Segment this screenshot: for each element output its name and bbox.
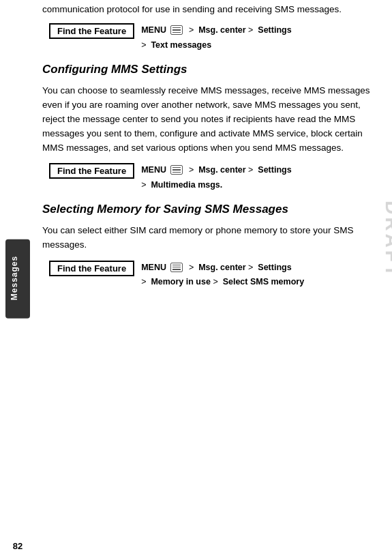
sidebar-tab-label: Messages — [10, 256, 19, 300]
find-feature-left-1: Find the Feature — [49, 23, 134, 43]
find-feature-section-1: Find the Feature MENU > Msg. center > Se… — [49, 23, 381, 53]
find-feature-path-3: MENU > Msg. center > Settings > Memory i… — [141, 261, 304, 290]
section-heading-memory: Selecting Memory for Saving SMS Messages — [42, 202, 381, 217]
find-feature-path-1: MENU > Msg. center > Settings > Text mes… — [141, 23, 292, 53]
menu-path-line2-3: > Memory in use > Select SMS memory — [141, 275, 304, 289]
find-feature-section-2: Find the Feature MENU > Msg. center > Se… — [49, 163, 381, 192]
sidebar-tab: Messages — [5, 239, 30, 319]
menu-path-line1-3: MENU > Msg. center > Settings — [141, 261, 304, 275]
find-feature-box-1: Find the Feature — [49, 23, 134, 39]
intro-paragraph: communication protocol for use in sendin… — [42, 0, 381, 16]
page-number: 82 — [13, 541, 22, 551]
menu-path-line1-1: MENU > Msg. center > Settings — [141, 23, 292, 38]
menu-icon-1 — [170, 25, 184, 36]
find-feature-left-2: Find the Feature — [49, 163, 134, 183]
menu-path-line1-2: MENU > Msg. center > Settings — [141, 163, 292, 177]
find-feature-left-3: Find the Feature — [49, 261, 134, 280]
find-feature-path-2: MENU > Msg. center > Settings > Multimed… — [141, 163, 292, 192]
find-feature-box-2: Find the Feature — [49, 163, 134, 179]
section-heading-mms: Configuring MMS Settings — [42, 62, 381, 77]
main-content: communication protocol for use in sendin… — [35, 0, 392, 558]
menu-path-line2-1: > Text messages — [141, 38, 292, 53]
body-text-memory: You can select either SIM card memory or… — [42, 224, 381, 252]
menu-icon-2 — [170, 165, 184, 176]
menu-icon-3 — [170, 263, 184, 274]
find-feature-section-3: Find the Feature MENU > Msg. center > Se… — [49, 261, 381, 290]
find-feature-box-3: Find the Feature — [49, 261, 134, 276]
body-text-mms: You can choose to seamlessly receive MMS… — [42, 84, 381, 156]
menu-path-line2-2: > Multimedia msgs. — [141, 178, 292, 192]
sidebar: Messages 82 — [0, 0, 35, 558]
